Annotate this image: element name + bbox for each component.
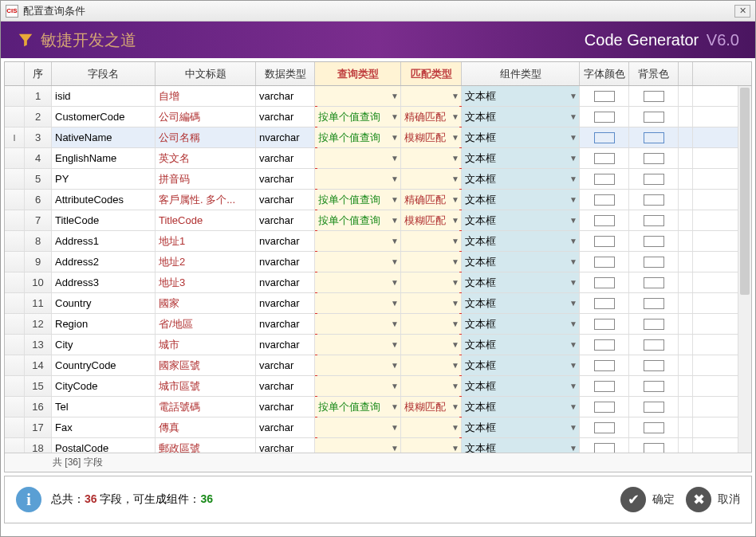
cell-match[interactable]: 精确匹配▼ [401,190,462,210]
cell-font-color[interactable]: ▼ [580,335,629,355]
cell-ctrl[interactable]: 文本框▼ [462,314,580,334]
cell-ctrl[interactable]: 文本框▼ [462,293,580,313]
cell-bg-color[interactable]: ▼ [629,355,679,375]
cell-cn[interactable]: 公司編碼 [156,107,256,127]
header-field[interactable]: 字段名 [52,62,156,85]
cell-font-color[interactable]: ▼ [580,314,629,334]
cell-type[interactable]: varchar [256,148,315,168]
cell-match[interactable]: ▼ [401,169,462,189]
chevron-down-icon[interactable]: ▼ [569,423,577,432]
cell-match[interactable]: ▼ [401,252,462,272]
cell-query[interactable]: ▼ [315,169,401,189]
cell-query[interactable]: 按单个值查询▼ [315,190,401,210]
cell-field[interactable]: EnglishName [52,148,156,168]
cell-bg-color[interactable]: ▼ [629,210,679,230]
cell-bg-color[interactable]: ▼ [629,127,679,147]
cell-font-color[interactable]: ▼ [580,438,629,453]
chevron-down-icon[interactable]: ▼ [569,340,577,349]
header-ctrl[interactable]: 组件类型 [462,62,580,85]
cell-query[interactable]: 按单个值查询▼ [315,107,401,127]
cell-field[interactable]: CityCode [52,376,156,396]
cell-field[interactable]: PostalCode [52,438,156,453]
cell-type[interactable]: varchar [256,107,315,127]
close-button[interactable]: ✕ [734,5,750,18]
table-row[interactable]: 4EnglishName英文名varchar▼▼文本框▼▼▼ [5,148,751,169]
chevron-down-icon[interactable]: ▼ [569,402,577,411]
header-bc[interactable]: 背景色 [629,62,679,85]
cell-match[interactable]: ▼ [401,376,462,396]
cell-bg-color[interactable]: ▼ [629,169,679,189]
cell-type[interactable]: varchar [256,376,315,396]
cell-match[interactable]: 模糊匹配▼ [401,397,462,417]
chevron-down-icon[interactable]: ▼ [569,216,577,225]
chevron-down-icon[interactable]: ▼ [391,92,399,100]
cell-cn[interactable]: 郵政區號 [156,438,256,453]
cell-cn[interactable]: 公司名稱 [156,127,256,147]
cell-field[interactable]: Address3 [52,272,156,292]
chevron-down-icon[interactable]: ▼ [451,237,459,245]
cell-ctrl[interactable]: 文本框▼ [462,107,580,127]
chevron-down-icon[interactable]: ▼ [569,299,577,308]
cell-query[interactable]: ▼ [315,148,401,168]
cell-query[interactable]: ▼ [315,335,401,355]
cell-ctrl[interactable]: 文本框▼ [462,210,580,230]
cell-font-color[interactable]: ▼ [580,376,629,396]
cell-field[interactable]: AttributeCodes [52,190,156,210]
cell-match[interactable]: ▼ [401,417,462,437]
chevron-down-icon[interactable]: ▼ [569,278,577,287]
table-row[interactable]: 2CustomerCode公司編碼varchar按单个值查询▼精确匹配▼文本框▼… [5,107,751,127]
grid-body[interactable]: 1isid自增varchar▼▼文本框▼▼▼2CustomerCode公司編碼v… [5,86,751,453]
table-row[interactable]: 12Region省/地區nvarchar▼▼文本框▼▼▼ [5,314,751,335]
cell-font-color[interactable]: ▼ [580,127,629,147]
chevron-down-icon[interactable]: ▼ [451,423,459,432]
cell-bg-color[interactable]: ▼ [629,107,679,127]
cell-match[interactable]: ▼ [401,272,462,292]
scrollbar[interactable] [738,86,751,453]
cell-bg-color[interactable]: ▼ [629,148,679,168]
cell-match[interactable]: ▼ [401,86,462,106]
cell-match[interactable]: 模糊匹配▼ [401,127,462,147]
cell-font-color[interactable]: ▼ [580,86,629,106]
chevron-down-icon[interactable]: ▼ [569,154,577,163]
chevron-down-icon[interactable]: ▼ [569,195,577,204]
chevron-down-icon[interactable]: ▼ [569,133,577,142]
chevron-down-icon[interactable]: ▼ [391,133,399,142]
table-row[interactable]: 5PY拼音码varchar▼▼文本框▼▼▼ [5,169,751,190]
chevron-down-icon[interactable]: ▼ [391,299,399,308]
cell-ctrl[interactable]: 文本框▼ [462,231,580,251]
cell-type[interactable]: nvarchar [256,293,315,313]
chevron-down-icon[interactable]: ▼ [391,112,399,121]
cell-match[interactable]: ▼ [401,231,462,251]
chevron-down-icon[interactable]: ▼ [569,237,577,245]
cell-cn[interactable]: 傳真 [156,417,256,437]
table-row[interactable]: 17Fax傳真varchar▼▼文本框▼▼▼ [5,417,751,438]
cell-cn[interactable]: 國家 [156,293,256,313]
cell-ctrl[interactable]: 文本框▼ [462,417,580,437]
cell-field[interactable]: CountryCode [52,355,156,375]
cell-query[interactable]: ▼ [315,314,401,334]
cell-ctrl[interactable]: 文本框▼ [462,190,580,210]
cell-bg-color[interactable]: ▼ [629,231,679,251]
chevron-down-icon[interactable]: ▼ [451,278,459,287]
chevron-down-icon[interactable]: ▼ [569,319,577,328]
cancel-button[interactable]: ✖ 取消 [686,487,740,512]
table-row[interactable]: 6AttributeCodes客戶属性. 多个...varchar按单个值查询▼… [5,190,751,210]
cell-field[interactable]: Address2 [52,252,156,272]
cell-type[interactable]: nvarchar [256,127,315,147]
cell-font-color[interactable]: ▼ [580,169,629,189]
table-row[interactable]: 15CityCode城市區號varchar▼▼文本框▼▼▼ [5,376,751,397]
chevron-down-icon[interactable]: ▼ [391,340,399,349]
cell-query[interactable]: ▼ [315,293,401,313]
header-match[interactable]: 匹配类型 [401,62,462,85]
cell-bg-color[interactable]: ▼ [629,335,679,355]
cell-ctrl[interactable]: 文本框▼ [462,148,580,168]
cell-bg-color[interactable]: ▼ [629,272,679,292]
cell-field[interactable]: isid [52,86,156,106]
cell-cn[interactable]: 地址2 [156,252,256,272]
chevron-down-icon[interactable]: ▼ [451,216,459,225]
cell-cn[interactable]: TitleCode [156,210,256,230]
table-row[interactable]: 11Country國家nvarchar▼▼文本框▼▼▼ [5,293,751,314]
chevron-down-icon[interactable]: ▼ [391,257,399,266]
cell-query[interactable]: ▼ [315,252,401,272]
cell-type[interactable]: nvarchar [256,252,315,272]
